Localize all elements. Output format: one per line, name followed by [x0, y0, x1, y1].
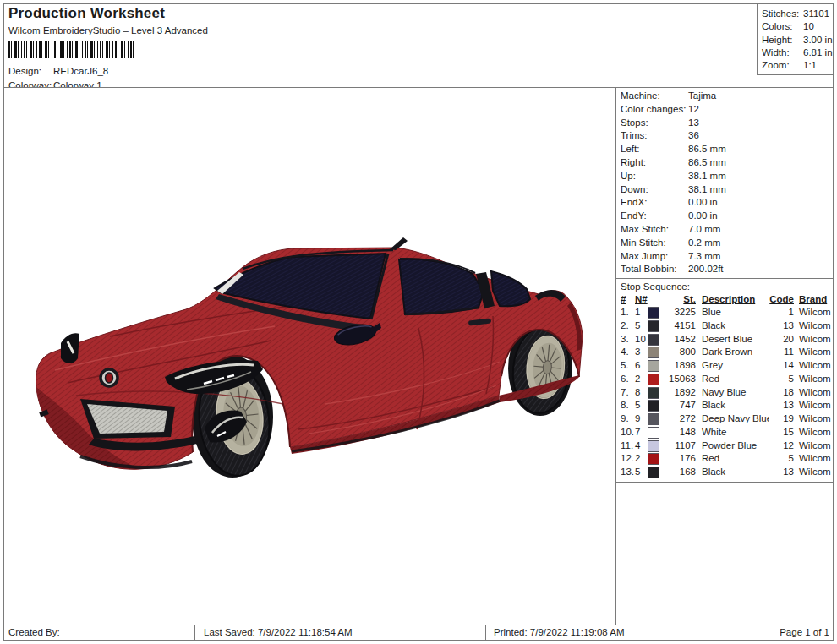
info-endy: EndY:0.00 in — [621, 210, 834, 223]
row-n: 5 — [635, 319, 648, 333]
thread-color-swatch — [648, 334, 659, 346]
row-brand: Wilcom — [794, 466, 834, 479]
row-code: 1 — [769, 306, 794, 319]
row-description: Deep Navy Blue — [698, 412, 769, 426]
last-saved: Last Saved: 7/9/2022 11:18:54 AM — [194, 625, 485, 641]
stop-sequence-row: 3.101452Desert Blue20Wilcom — [621, 333, 834, 347]
row-brand: Wilcom — [794, 333, 834, 347]
stat-width: Width:6.81 in — [762, 46, 833, 59]
col-st: St. — [683, 294, 696, 304]
stop-sequence-row: 12.2176Red5Wilcom — [621, 452, 834, 466]
info-value: 200.02ft — [688, 263, 724, 276]
row-brand: Wilcom — [794, 306, 834, 319]
stat-zoom: Zoom:1:1 — [762, 59, 833, 72]
row-description: Grey — [698, 359, 769, 373]
row-num: 3. — [621, 333, 635, 347]
row-description: Blue — [698, 306, 769, 319]
door-glass — [399, 259, 484, 314]
thread-color-swatch — [648, 453, 659, 465]
row-stitches: 1107 — [662, 439, 698, 453]
row-n: 4 — [635, 439, 648, 453]
row-n: 10 — [635, 333, 648, 347]
row-description: White — [698, 426, 769, 439]
row-brand: Wilcom — [794, 439, 834, 453]
row-brand: Wilcom — [794, 399, 834, 412]
stat-value: 1:1 — [803, 59, 817, 72]
stop-sequence-row: 7.81892Navy Blue18Wilcom — [621, 386, 834, 400]
row-brand: Wilcom — [794, 426, 834, 439]
stat-value: 6.81 in — [803, 46, 833, 59]
row-n: 7 — [635, 426, 648, 439]
row-description: Powder Blue — [698, 439, 769, 453]
row-stitches: 15063 — [662, 373, 698, 386]
info-endx: EndX:0.00 in — [621, 196, 834, 210]
row-num: 6. — [621, 373, 635, 386]
row-stitches: 747 — [662, 399, 698, 412]
stop-sequence-header: # N# St. Description Code Brand — [621, 293, 834, 306]
thread-color-swatch — [648, 400, 659, 412]
row-description: Red — [698, 452, 769, 466]
info-label: Min Stitch: — [621, 237, 688, 250]
headlight-far — [61, 333, 79, 363]
row-n: 3 — [635, 346, 648, 359]
info-min-stitch: Min Stitch:0.2 mm — [621, 237, 834, 250]
stop-sequence-row: 1.13225Blue1Wilcom — [621, 306, 834, 319]
production-worksheet-page: Production Worksheet Wilcom EmbroiderySt… — [0, 0, 837, 644]
info-label: Max Stitch: — [621, 223, 688, 237]
row-code: 13 — [769, 319, 794, 333]
thread-color-swatch — [648, 307, 659, 319]
stat-height: Height:3.00 in — [762, 34, 833, 46]
row-n: 5 — [635, 399, 648, 412]
design-canvas — [4, 88, 615, 625]
thread-color-swatch — [648, 427, 659, 439]
stat-value: 3.00 in — [803, 34, 833, 46]
info-label: EndY: — [621, 210, 688, 223]
info-trims: Trims:36 — [621, 129, 834, 143]
info-label: Machine: — [621, 90, 688, 103]
row-n: 1 — [635, 306, 648, 319]
stat-label: Height: — [762, 34, 803, 46]
info-machine: Machine:Tajima — [621, 90, 834, 103]
row-description: Desert Blue — [698, 333, 769, 347]
barcode-icon — [8, 41, 135, 58]
info-value: 7.0 mm — [688, 223, 720, 237]
stop-sequence-row: 2.54151Black13Wilcom — [621, 319, 834, 333]
row-description: Black — [698, 466, 769, 479]
row-stitches: 1892 — [662, 386, 698, 400]
row-code: 14 — [769, 359, 794, 373]
row-brand: Wilcom — [794, 452, 834, 466]
row-description: Dark Brown — [698, 346, 769, 359]
thread-color-swatch — [648, 320, 659, 332]
info-color-changes: Color changes:12 — [621, 103, 834, 117]
row-code: 18 — [769, 386, 794, 400]
stat-value: 31101 — [803, 8, 829, 20]
stop-sequence-bottom-line — [616, 482, 834, 483]
info-label: Right: — [621, 156, 688, 170]
row-brand: Wilcom — [794, 373, 834, 386]
row-code: 13 — [769, 466, 794, 479]
row-code: 12 — [769, 439, 794, 453]
design-label: Design: — [8, 64, 53, 79]
info-max-stitch: Max Stitch:7.0 mm — [621, 223, 834, 237]
info-label: Max Jump: — [621, 250, 688, 264]
info-label: Left: — [621, 143, 688, 156]
thread-color-swatch — [648, 374, 659, 385]
row-stitches: 800 — [662, 346, 698, 359]
brand-badge — [101, 369, 118, 386]
thread-color-swatch — [648, 413, 659, 425]
page-footer: Created By: Last Saved: 7/9/2022 11:18:5… — [3, 625, 834, 641]
thread-color-swatch — [648, 387, 659, 399]
row-code: 15 — [769, 426, 794, 439]
row-n: 8 — [635, 386, 648, 400]
row-num: 13. — [621, 466, 635, 479]
row-num: 11. — [621, 439, 635, 453]
row-description: Red — [698, 373, 769, 386]
row-stitches: 148 — [662, 426, 698, 439]
row-code: 5 — [769, 452, 794, 466]
info-stops: Stops:13 — [621, 117, 834, 130]
design-stats-box: Stitches:31101 Colors:10 Height:3.00 in … — [757, 3, 834, 75]
row-code: 19 — [769, 412, 794, 426]
info-value: 7.3 mm — [688, 250, 720, 264]
info-right: Right:86.5 mm — [621, 156, 834, 170]
row-description: Black — [698, 319, 769, 333]
